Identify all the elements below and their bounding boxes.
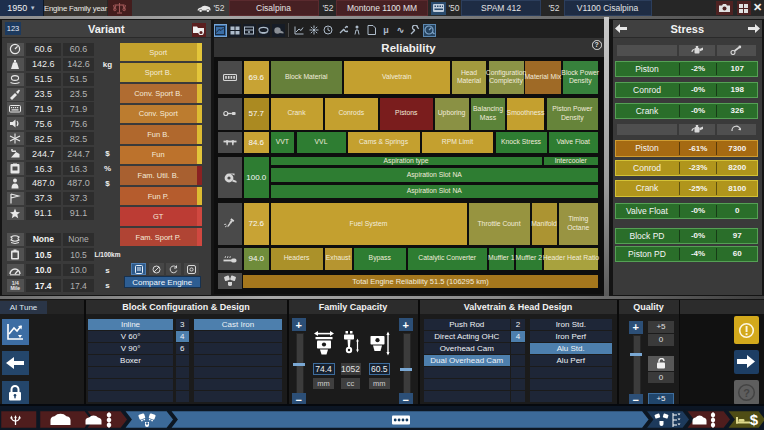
svg-text:?: ? — [743, 386, 750, 398]
